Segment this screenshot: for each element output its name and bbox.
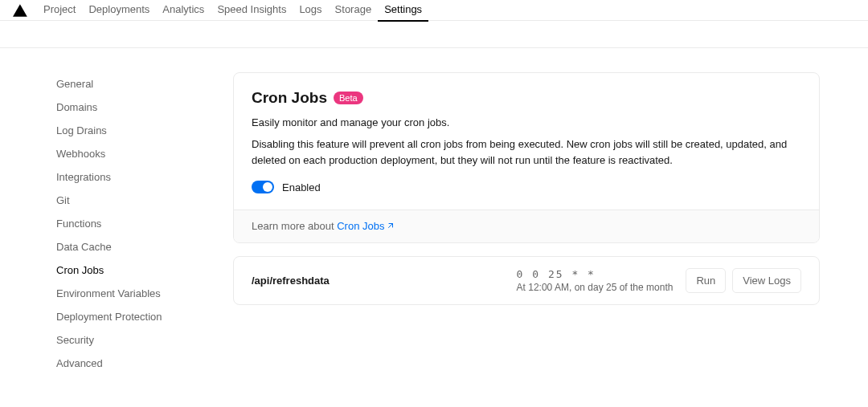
sidebar-item-data-cache[interactable]: Data Cache (48, 235, 201, 258)
job-human-readable: At 12:00 AM, on day 25 of the month (517, 282, 674, 293)
sidebar-item-log-drains[interactable]: Log Drains (48, 119, 201, 142)
top-nav: Project Deployments Analytics Speed Insi… (0, 0, 868, 21)
beta-badge: Beta (334, 92, 363, 104)
sidebar-item-integrations[interactable]: Integrations (48, 165, 201, 189)
toggle-knob (263, 182, 272, 192)
job-actions: Run View Logs (686, 268, 801, 293)
card-description: Easily monitor and manage your cron jobs… (252, 116, 801, 128)
sidebar-item-webhooks[interactable]: Webhooks (48, 142, 201, 165)
toggle-row: Enabled (252, 181, 801, 193)
main-container: General Domains Log Drains Webhooks Inte… (16, 48, 852, 399)
tab-storage[interactable]: Storage (329, 0, 379, 22)
sidebar-item-git[interactable]: Git (48, 189, 201, 212)
tab-speed-insights[interactable]: Speed Insights (211, 0, 293, 22)
tab-project[interactable]: Project (37, 0, 82, 22)
learn-more-link[interactable]: Cron Jobs (337, 220, 395, 232)
tab-logs[interactable]: Logs (293, 0, 328, 22)
footer-prefix: Learn more about (252, 220, 337, 232)
topnav-tabs: Project Deployments Analytics Speed Insi… (37, 0, 428, 22)
enabled-toggle[interactable] (252, 181, 274, 193)
cron-job-row: /api/refreshdata 0 0 25 * * At 12:00 AM,… (233, 256, 820, 305)
card-title-row: Cron Jobs Beta (252, 89, 801, 107)
sidebar-item-advanced[interactable]: Advanced (48, 352, 201, 375)
job-cron-expression: 0 0 25 * * (517, 268, 674, 280)
settings-sidebar: General Domains Log Drains Webhooks Inte… (48, 72, 201, 375)
tab-analytics[interactable]: Analytics (156, 0, 211, 22)
sidebar-item-security[interactable]: Security (48, 328, 201, 352)
sidebar-item-cron-jobs[interactable]: Cron Jobs (48, 258, 201, 282)
sidebar-item-deployment-protection[interactable]: Deployment Protection (48, 305, 201, 328)
cron-settings-card: Cron Jobs Beta Easily monitor and manage… (233, 72, 820, 243)
sidebar-item-general[interactable]: General (48, 72, 201, 96)
card-footer: Learn more about Cron Jobs (234, 210, 819, 242)
card-body: Cron Jobs Beta Easily monitor and manage… (234, 73, 819, 210)
card-title: Cron Jobs (252, 89, 327, 107)
triangle-icon (13, 4, 27, 17)
run-button[interactable]: Run (686, 268, 726, 293)
sidebar-item-domains[interactable]: Domains (48, 96, 201, 119)
tab-deployments[interactable]: Deployments (82, 0, 156, 22)
content: Cron Jobs Beta Easily monitor and manage… (233, 72, 820, 375)
toggle-label: Enabled (282, 181, 321, 193)
job-path: /api/refreshdata (252, 275, 504, 287)
view-logs-button[interactable]: View Logs (732, 268, 801, 293)
external-link-icon (386, 221, 395, 233)
sidebar-item-environment-variables[interactable]: Environment Variables (48, 282, 201, 305)
tab-settings[interactable]: Settings (378, 0, 428, 22)
sidebar-item-functions[interactable]: Functions (48, 212, 201, 235)
vercel-logo[interactable] (13, 4, 27, 17)
job-schedule: 0 0 25 * * At 12:00 AM, on day 25 of the… (517, 268, 674, 293)
card-description-2: Disabling this feature will prevent all … (252, 136, 801, 168)
sub-header (0, 21, 868, 48)
